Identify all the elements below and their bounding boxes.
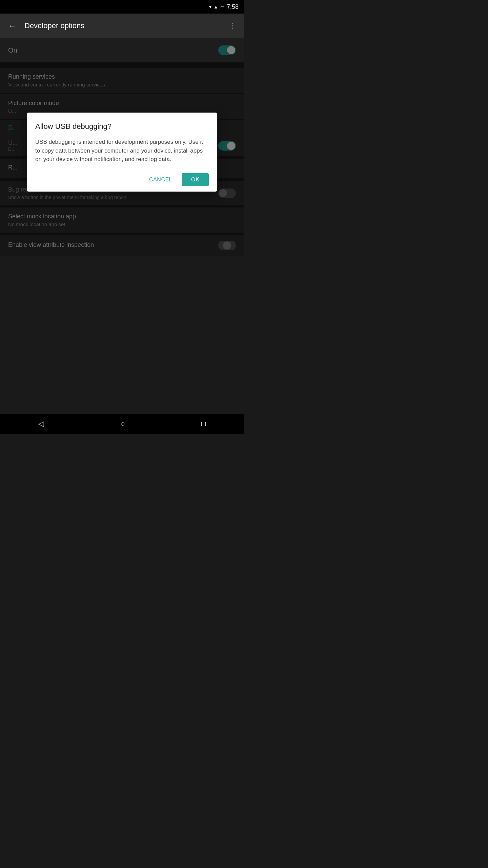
status-icons: ▾ ▲ ▭ 7:58	[209, 3, 239, 11]
status-time: 7:58	[227, 3, 239, 11]
dialog-body: USB debugging is intended for developmen…	[35, 138, 209, 164]
nav-home-button[interactable]: ○	[110, 416, 135, 432]
cancel-button[interactable]: CANCEL	[142, 173, 179, 186]
page-title: Developer options	[24, 21, 220, 30]
back-button[interactable]: ←	[5, 18, 19, 33]
ok-button[interactable]: OK	[182, 173, 209, 186]
settings-content: On Running services View and control cur…	[0, 38, 244, 256]
nav-bar: ◁ ○ □	[0, 414, 244, 434]
status-bar: ▾ ▲ ▭ 7:58	[0, 0, 244, 14]
wifi-icon: ▾	[209, 4, 211, 9]
usb-debug-dialog: Allow USB debugging? USB debugging is in…	[27, 113, 217, 192]
signal-icon: ▲	[214, 4, 218, 9]
dialog-title: Allow USB debugging?	[35, 122, 209, 131]
more-options-button[interactable]: ⋮	[226, 19, 239, 33]
nav-recents-button[interactable]: □	[191, 416, 216, 432]
nav-back-button[interactable]: ◁	[28, 416, 54, 432]
dialog-overlay: Allow USB debugging? USB debugging is in…	[0, 38, 244, 256]
dialog-buttons: CANCEL OK	[35, 173, 209, 186]
battery-icon: ▭	[220, 4, 225, 9]
toolbar: ← Developer options ⋮	[0, 14, 244, 38]
